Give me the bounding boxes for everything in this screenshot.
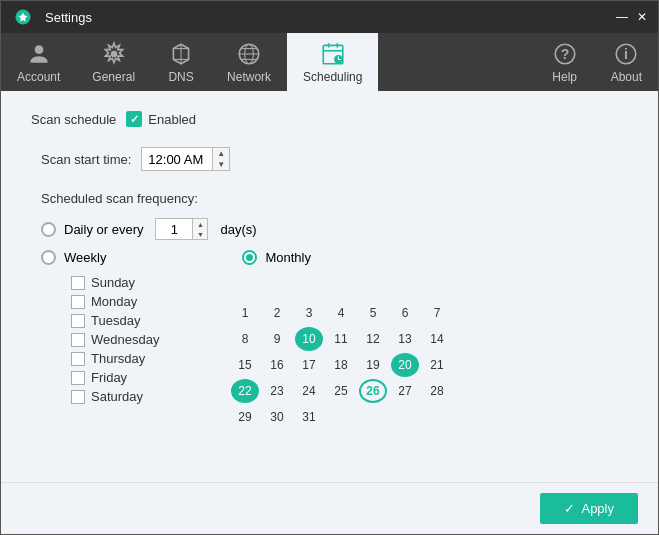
- help-icon: ?: [551, 40, 579, 68]
- daily-label: Daily or every: [64, 222, 143, 237]
- calendar-day-cell[interactable]: 29: [231, 405, 259, 429]
- wednesday-checkbox[interactable]: [71, 333, 85, 347]
- calendar-day-cell[interactable]: 14: [423, 327, 451, 351]
- nav-item-account[interactable]: Account: [1, 33, 76, 91]
- scheduling-icon: [319, 40, 347, 68]
- nav-item-about[interactable]: i About: [595, 33, 658, 91]
- nav-label-account: Account: [17, 70, 60, 84]
- nav-item-help[interactable]: ? Help: [535, 33, 595, 91]
- time-input[interactable]: [142, 150, 212, 169]
- weekly-label: Weekly: [64, 250, 106, 265]
- calendar-day-cell[interactable]: 7: [423, 301, 451, 325]
- minimize-button[interactable]: —: [614, 9, 630, 25]
- days-calendar-section: Sunday Monday Tuesday Wednesday: [71, 275, 628, 429]
- calendar-day-cell[interactable]: 2: [263, 301, 291, 325]
- calendar-day-cell[interactable]: [423, 275, 451, 299]
- daily-row: Daily or every ▲ ▼ day(s): [41, 218, 628, 240]
- calendar-day-cell[interactable]: [391, 405, 419, 429]
- calendar-day-cell[interactable]: 4: [327, 301, 355, 325]
- wednesday-label: Wednesday: [91, 332, 159, 347]
- calendar-day-cell[interactable]: 23: [263, 379, 291, 403]
- calendar-day-cell[interactable]: [231, 275, 259, 299]
- calendar-day-cell[interactable]: 21: [423, 353, 451, 377]
- sunday-checkbox[interactable]: [71, 276, 85, 290]
- close-button[interactable]: ✕: [634, 9, 650, 25]
- day-row-wednesday: Wednesday: [71, 332, 211, 347]
- calendar-day-cell[interactable]: [263, 275, 291, 299]
- day-row-sunday: Sunday: [71, 275, 211, 290]
- nav-item-scheduling[interactable]: Scheduling: [287, 33, 378, 91]
- nav-item-dns[interactable]: DNS: [151, 33, 211, 91]
- calendar-day-cell[interactable]: 26: [359, 379, 387, 403]
- monthly-radio[interactable]: [242, 250, 257, 265]
- time-increment-button[interactable]: ▲: [213, 148, 229, 159]
- daily-radio[interactable]: [41, 222, 56, 237]
- sunday-label: Sunday: [91, 275, 135, 290]
- day-row-tuesday: Tuesday: [71, 313, 211, 328]
- calendar-day-cell[interactable]: 19: [359, 353, 387, 377]
- weekly-monthly-row: Weekly Monthly: [41, 250, 628, 265]
- calendar-day-cell[interactable]: 15: [231, 353, 259, 377]
- tuesday-checkbox[interactable]: [71, 314, 85, 328]
- calendar-grid: 1234567891011121314151617181920212223242…: [231, 275, 453, 429]
- calendar-day-cell[interactable]: 11: [327, 327, 355, 351]
- days-input[interactable]: [156, 220, 192, 239]
- calendar-day-cell[interactable]: 18: [327, 353, 355, 377]
- calendar-day-cell[interactable]: 25: [327, 379, 355, 403]
- calendar-day-cell[interactable]: 22: [231, 379, 259, 403]
- nav-item-network[interactable]: Network: [211, 33, 287, 91]
- scan-start-time-label: Scan start time:: [41, 152, 131, 167]
- days-increment-button[interactable]: ▲: [193, 219, 207, 229]
- calendar-day-cell[interactable]: 1: [231, 301, 259, 325]
- svg-point-2: [110, 51, 117, 58]
- dns-icon: [167, 40, 195, 68]
- thursday-checkbox[interactable]: [71, 352, 85, 366]
- nav-item-general[interactable]: General: [76, 33, 151, 91]
- days-column: Sunday Monday Tuesday Wednesday: [71, 275, 211, 429]
- calendar-day-cell[interactable]: [327, 275, 355, 299]
- calendar-day-cell[interactable]: 9: [263, 327, 291, 351]
- saturday-checkbox[interactable]: [71, 390, 85, 404]
- calendar-day-cell[interactable]: 13: [391, 327, 419, 351]
- calendar-day-cell[interactable]: 16: [263, 353, 291, 377]
- time-decrement-button[interactable]: ▼: [213, 159, 229, 170]
- monthly-label: Monthly: [265, 250, 311, 265]
- calendar-day-cell[interactable]: 8: [231, 327, 259, 351]
- calendar-day-cell[interactable]: [327, 405, 355, 429]
- enabled-checkbox-container: Enabled: [126, 111, 196, 127]
- calendar-day-cell[interactable]: 20: [391, 353, 419, 377]
- nav-label-about: About: [611, 70, 642, 84]
- saturday-label: Saturday: [91, 389, 143, 404]
- frequency-options: Daily or every ▲ ▼ day(s) Weekly Monthly: [41, 218, 628, 429]
- monday-checkbox[interactable]: [71, 295, 85, 309]
- friday-checkbox[interactable]: [71, 371, 85, 385]
- calendar-day-cell[interactable]: [359, 405, 387, 429]
- calendar-day-cell[interactable]: 30: [263, 405, 291, 429]
- nav-label-network: Network: [227, 70, 271, 84]
- calendar-day-cell[interactable]: 31: [295, 405, 323, 429]
- calendar-day-cell[interactable]: 6: [391, 301, 419, 325]
- settings-window: Settings — ✕ Account Ge: [0, 0, 659, 535]
- general-icon: [100, 40, 128, 68]
- apply-button[interactable]: ✓ Apply: [540, 493, 638, 524]
- nav-label-scheduling: Scheduling: [303, 70, 362, 84]
- enabled-checkbox[interactable]: [126, 111, 142, 127]
- day-row-saturday: Saturday: [71, 389, 211, 404]
- weekly-radio[interactable]: [41, 250, 56, 265]
- calendar-day-cell[interactable]: 17: [295, 353, 323, 377]
- network-icon: [235, 40, 263, 68]
- day-row-friday: Friday: [71, 370, 211, 385]
- calendar-day-cell[interactable]: 5: [359, 301, 387, 325]
- time-input-container: ▲ ▼: [141, 147, 230, 171]
- calendar-day-cell[interactable]: 10: [295, 327, 323, 351]
- calendar-day-cell[interactable]: [423, 405, 451, 429]
- calendar-day-cell[interactable]: 24: [295, 379, 323, 403]
- calendar-day-cell[interactable]: [391, 275, 419, 299]
- calendar-day-cell[interactable]: 12: [359, 327, 387, 351]
- calendar-day-cell[interactable]: 28: [423, 379, 451, 403]
- calendar-day-cell[interactable]: [359, 275, 387, 299]
- days-decrement-button[interactable]: ▼: [193, 229, 207, 239]
- calendar-day-cell[interactable]: 3: [295, 301, 323, 325]
- calendar-day-cell[interactable]: 27: [391, 379, 419, 403]
- calendar-day-cell[interactable]: [295, 275, 323, 299]
